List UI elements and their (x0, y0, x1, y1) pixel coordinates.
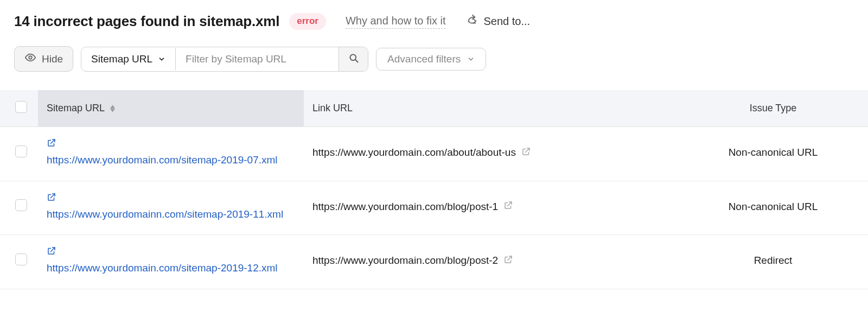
filter-field-label: Sitemap URL (91, 53, 152, 65)
col-header-link[interactable]: Link URL (304, 90, 678, 127)
svg-marker-3 (110, 105, 115, 109)
filter-field-select[interactable]: Sitemap URL (81, 48, 176, 70)
svg-point-0 (29, 56, 32, 59)
advanced-filters-button[interactable]: Advanced filters (376, 48, 486, 71)
sitemap-url-link[interactable]: https://www.yourdomainn.com/sitemap-2019… (47, 207, 285, 222)
issue-type: Non-canonical URL (729, 201, 818, 212)
table-header-row: Sitemap URL Link URL Issue Type (0, 90, 868, 127)
external-link-icon[interactable] (47, 138, 295, 150)
external-link-icon[interactable] (503, 200, 513, 213)
hide-button[interactable]: Hide (14, 46, 73, 72)
row-checkbox[interactable] (15, 253, 27, 265)
svg-line-2 (355, 59, 358, 62)
table-row: https://www.yourdomain.com/sitemap-2019-… (0, 235, 868, 289)
external-link-icon[interactable] (521, 147, 531, 159)
issue-type: Redirect (754, 255, 793, 266)
col-header-checkbox (0, 90, 38, 127)
page-title: 14 incorrect pages found in sitemap.xml (14, 13, 279, 30)
sitemap-url-link[interactable]: https://www.yourdomain.com/sitemap-2019-… (47, 261, 285, 276)
sitemap-url-link[interactable]: https://www.yourdomain.com/sitemap-2019-… (47, 153, 285, 168)
external-link-icon[interactable] (503, 255, 513, 267)
controls: Hide Sitemap URL Advanced filters (14, 46, 854, 72)
filter-input[interactable] (176, 48, 339, 70)
eye-icon (24, 52, 36, 66)
send-to-button[interactable]: Send to... (466, 14, 530, 29)
link-url-text: https://www.yourdomain.com/about/about-u… (312, 147, 516, 158)
send-to-label: Send to... (483, 15, 530, 28)
table-row: https://www.yourdomain.com/sitemap-2019-… (0, 127, 868, 181)
select-all-checkbox[interactable] (15, 101, 27, 113)
header: 14 incorrect pages found in sitemap.xml … (14, 13, 854, 30)
help-link[interactable]: Why and how to fix it (346, 15, 446, 29)
external-link-icon[interactable] (47, 192, 295, 205)
error-badge: error (289, 13, 326, 29)
col-header-issue-label: Issue Type (750, 103, 797, 113)
col-header-link-label: Link URL (312, 103, 353, 113)
search-icon (348, 53, 359, 66)
advanced-filters-label: Advanced filters (387, 53, 461, 65)
link-url-text: https://www.yourdomain.com/blog/post-2 (312, 255, 498, 267)
external-link-icon[interactable] (47, 246, 295, 258)
col-header-sitemap[interactable]: Sitemap URL (38, 90, 304, 127)
chevron-down-icon (158, 55, 165, 63)
row-checkbox[interactable] (15, 199, 27, 211)
col-header-sitemap-label: Sitemap URL (47, 103, 104, 113)
table-row: https://www.yourdomainn.com/sitemap-2019… (0, 181, 868, 235)
chevron-down-icon (467, 55, 475, 63)
svg-marker-4 (110, 109, 115, 112)
search-button[interactable] (339, 47, 368, 71)
col-header-issue[interactable]: Issue Type (678, 90, 868, 127)
share-arrow-icon (466, 14, 478, 29)
hide-label: Hide (42, 53, 63, 65)
link-url-text: https://www.yourdomain.com/blog/post-1 (312, 201, 498, 213)
filter-group: Sitemap URL (81, 47, 368, 72)
results-table: Sitemap URL Link URL Issue Type https://… (0, 90, 868, 289)
sort-indicator-icon (110, 105, 115, 112)
row-checkbox[interactable] (15, 145, 27, 157)
issue-type: Non-canonical URL (729, 147, 818, 158)
